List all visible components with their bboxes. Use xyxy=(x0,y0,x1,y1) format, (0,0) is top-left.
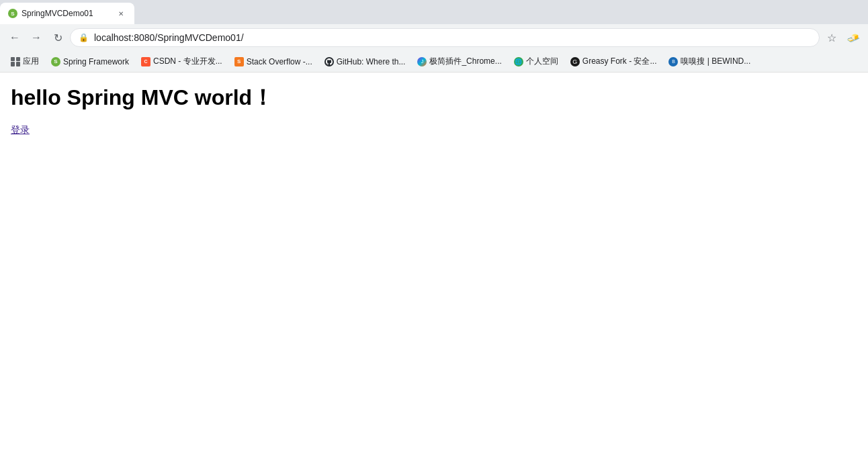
back-button[interactable]: ← xyxy=(5,28,24,47)
spring-icon: S xyxy=(51,57,60,66)
browser-chrome: S SpringMVCDemo01 ✕ ← → ↻ 🔒 localhost:80… xyxy=(0,0,868,73)
page-heading: hello Spring MVC world！ xyxy=(11,83,857,113)
bookmark-github-label: GitHub: Where th... xyxy=(337,57,406,66)
bookmark-spring-label: Spring Framework xyxy=(63,57,129,66)
jijian-icon: J xyxy=(417,57,427,66)
security-icon: 🔒 xyxy=(79,33,89,42)
tab-bar: S SpringMVCDemo01 ✕ xyxy=(0,0,868,24)
stackoverflow-icon: S xyxy=(234,57,244,66)
active-tab[interactable]: S SpringMVCDemo01 ✕ xyxy=(0,3,134,24)
csdn-icon: C xyxy=(141,57,150,66)
bookmark-jijian-label: 极简插件_Chrome... xyxy=(429,56,501,67)
bookmark-spring[interactable]: S Spring Framework xyxy=(46,54,134,70)
extensions-button[interactable]: 🧈 xyxy=(844,28,863,47)
login-link[interactable]: 登录 xyxy=(11,124,30,135)
tab-title: SpringMVCDemo01 xyxy=(21,9,112,18)
bookmark-stackoverflow-label: Stack Overflow -... xyxy=(247,57,312,66)
bookmark-github[interactable]: GitHub: Where th... xyxy=(319,54,411,70)
bookmark-personal[interactable]: 🌐 个人空间 xyxy=(509,54,564,70)
personal-icon: 🌐 xyxy=(514,57,523,66)
bookmarks-bar: 应用 S Spring Framework C CSDN - 专业开发... S… xyxy=(0,51,868,73)
bookmark-greasy-label: Greasy Fork - 安全... xyxy=(582,56,657,67)
github-icon xyxy=(324,57,334,66)
nav-right-controls: ☆ 🧈 xyxy=(822,28,863,47)
tab-close-button[interactable]: ✕ xyxy=(116,8,126,19)
bookmark-bewind-label: 嗅嗅搜 | BEWIND... xyxy=(681,56,750,67)
bookmark-apps[interactable]: 应用 xyxy=(5,54,44,70)
bookmark-greasy[interactable]: G Greasy Fork - 安全... xyxy=(565,54,662,70)
bookmark-bewind[interactable]: B 嗅嗅搜 | BEWIND... xyxy=(663,54,756,70)
address-text: localhost:8080/SpringMVCDemo01/ xyxy=(94,32,811,43)
greasy-icon: G xyxy=(570,57,580,66)
bookmark-stackoverflow[interactable]: S Stack Overflow -... xyxy=(229,54,318,70)
page-content: hello Spring MVC world！ 登录 xyxy=(0,73,868,458)
nav-bar: ← → ↻ 🔒 localhost:8080/SpringMVCDemo01/ … xyxy=(0,24,868,51)
address-bar[interactable]: 🔒 localhost:8080/SpringMVCDemo01/ xyxy=(70,28,820,47)
bookmark-personal-label: 个人空间 xyxy=(526,56,558,67)
tab-favicon: S xyxy=(8,9,17,18)
apps-icon xyxy=(11,57,20,66)
star-button[interactable]: ☆ xyxy=(822,28,841,47)
bookmark-csdn-label: CSDN - 专业开发... xyxy=(153,56,222,67)
reload-button[interactable]: ↻ xyxy=(48,28,67,47)
bewind-icon: B xyxy=(668,57,678,66)
bookmark-apps-label: 应用 xyxy=(23,56,39,67)
forward-button[interactable]: → xyxy=(27,28,46,47)
bookmark-jijian[interactable]: J 极简插件_Chrome... xyxy=(412,54,507,70)
bookmark-csdn[interactable]: C CSDN - 专业开发... xyxy=(136,54,228,70)
